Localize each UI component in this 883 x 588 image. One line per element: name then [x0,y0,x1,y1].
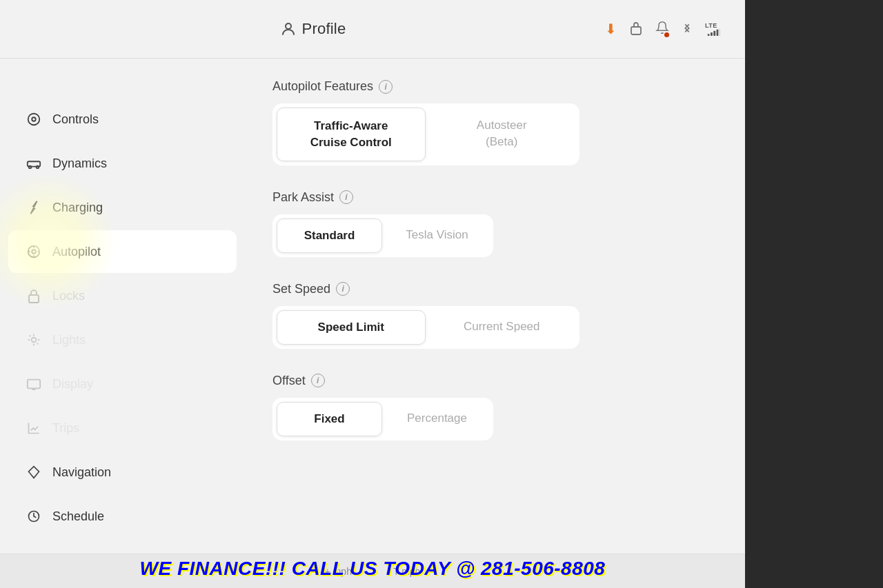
svg-line-26 [37,343,39,345]
lte-label: LTE [705,22,717,29]
top-bar-center: Profile [21,20,605,38]
lights-icon [25,331,43,349]
section-autopilot-features: Autopilot Features i Traffic-Aware Cruis… [272,79,579,165]
autopilot-icon [25,243,43,261]
ad-banner: WE FINANCE!!! CALL US TODAY @ 281-506-88… [0,549,745,588]
svg-point-9 [32,117,36,121]
bluetooth-icon [682,20,693,39]
traffic-aware-option[interactable]: Traffic-Aware Cruise Control [277,108,426,161]
svg-line-25 [30,336,31,337]
navigation-icon [25,463,43,481]
svg-point-22 [32,338,37,343]
sidebar-item-charging[interactable]: Charging [8,186,237,229]
offset-info-icon[interactable]: i [311,374,325,387]
top-bar-right: ⬇ [605,20,724,39]
sidebar-item-lights[interactable]: Lights [8,318,237,361]
sidebar-item-navigation[interactable]: Navigation [8,451,237,494]
signal-icon: LTE [705,22,724,36]
sidebar-item-trips[interactable]: Trips [8,407,237,449]
sidebar-item-label-lights: Lights [52,333,86,347]
svg-rect-3 [711,32,713,36]
autosteer-option[interactable]: Autosteer (Beta) [428,108,576,161]
main-content: Autopilot Features i Traffic-Aware Cruis… [245,59,607,554]
svg-rect-6 [718,29,720,36]
section-set-speed: Set Speed i Speed Limit Current Speed [272,282,579,349]
offset-toggle: Fixed Percentage [272,398,493,440]
sidebar-item-label-autopilot: Autopilot [52,245,101,259]
svg-rect-2 [708,34,710,36]
profile-label: Profile [302,20,346,38]
sidebar-item-controls[interactable]: Controls [8,98,237,141]
speed-limit-option[interactable]: Speed Limit [277,310,426,345]
locks-icon [25,287,43,305]
ad-text: WE FINANCE!!! CALL US TODAY @ 281-506-88… [140,558,606,580]
autopilot-features-title: Autopilot Features [272,79,373,94]
sidebar-item-label-charging: Charging [52,201,103,215]
charging-icon [25,199,43,216]
svg-point-10 [28,114,40,125]
svg-rect-4 [713,31,715,36]
autopilot-features-title-row: Autopilot Features i [272,79,579,94]
current-speed-option[interactable]: Current Speed [428,310,576,345]
standard-option[interactable]: Standard [277,219,382,253]
controls-icon [25,110,43,128]
set-speed-toggle: Speed Limit Current Speed [272,306,579,349]
sidebar-item-label-dynamics: Dynamics [52,156,107,171]
bell-icon [655,20,669,39]
set-speed-title-row: Set Speed i [272,282,579,296]
sidebar-item-dynamics[interactable]: Dynamics [8,142,237,185]
tesla-screen: Profile ⬇ [0,0,745,588]
park-assist-title: Park Assist [272,190,334,205]
park-assist-toggle: Standard Tesla Vision [272,214,493,257]
sidebar-item-label-controls: Controls [52,112,99,127]
offset-title: Offset [272,374,306,388]
schedule-icon [25,507,43,525]
section-park-assist: Park Assist i Standard Tesla Vision [272,190,579,257]
svg-marker-32 [29,467,39,478]
park-assist-title-row: Park Assist i [272,190,579,205]
set-speed-title: Set Speed [272,282,330,296]
svg-rect-1 [631,27,641,34]
profile-icon [280,21,297,37]
svg-point-16 [32,250,36,254]
fixed-option[interactable]: Fixed [277,402,382,436]
dynamics-icon [25,154,43,172]
display-icon [25,375,43,393]
sidebar-item-label-schedule: Schedule [52,509,104,524]
sidebar-item-label-locks: Locks [52,289,85,303]
lock-icon [629,20,643,39]
notification-dot [664,32,669,37]
percentage-option[interactable]: Percentage [385,402,489,436]
svg-point-0 [286,23,291,29]
sidebar-item-locks[interactable]: Locks [8,274,237,317]
top-bar: Profile ⬇ [0,0,745,59]
tesla-vision-option[interactable]: Tesla Vision [385,219,489,253]
svg-rect-21 [29,295,39,303]
park-assist-info-icon[interactable]: i [339,190,353,204]
set-speed-info-icon[interactable]: i [336,282,350,296]
autopilot-features-info-icon[interactable]: i [379,80,393,94]
offset-title-row: Offset i [272,374,579,388]
right-panel [745,0,883,588]
svg-marker-14 [30,201,37,214]
sidebar-item-label-navigation: Navigation [52,465,111,480]
sidebar-item-label-display: Display [52,377,93,392]
svg-rect-5 [717,30,719,36]
sidebar-item-display[interactable]: Display [8,363,237,405]
download-icon: ⬇ [605,21,617,37]
sidebar: Controls Dynamics Charging [0,59,245,554]
sidebar-item-autopilot[interactable]: Autopilot [8,230,237,273]
section-offset: Offset i Fixed Percentage [272,374,579,440]
svg-rect-29 [28,380,40,389]
trips-icon [25,419,43,437]
sidebar-item-label-trips: Trips [52,421,79,436]
sidebar-item-schedule[interactable]: Schedule [8,495,237,538]
autopilot-features-toggle: Traffic-Aware Cruise Control Autosteer (… [272,103,579,165]
